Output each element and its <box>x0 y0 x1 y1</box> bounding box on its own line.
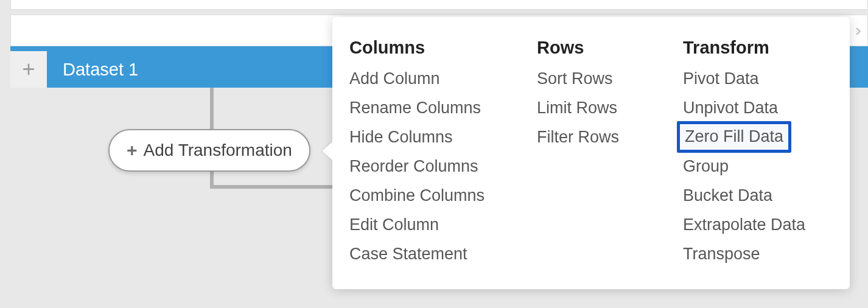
menu-item[interactable]: Pivot Data <box>679 64 836 93</box>
menu-heading: Columns <box>346 38 528 58</box>
content-strip <box>10 0 868 10</box>
menu-item[interactable]: Extrapolate Data <box>679 210 836 239</box>
popover-arrow-icon <box>322 141 333 161</box>
menu-item[interactable]: Bucket Data <box>679 181 836 210</box>
menu-item[interactable]: Transpose <box>679 239 836 268</box>
menu-item[interactable]: Zero Fill Data <box>677 121 791 153</box>
menu-heading: Transform <box>679 38 836 58</box>
menu-section-columns: Columns Add ColumnRename ColumnsHide Col… <box>346 38 528 268</box>
add-transformation-button[interactable]: + Add Transformation <box>108 129 310 172</box>
menu-section-transform: Transform Pivot DataUnpivot DataZero Fil… <box>679 38 836 268</box>
plus-icon: + <box>22 57 35 82</box>
add-dataset-button[interactable]: + <box>10 51 47 88</box>
menu-item[interactable]: Limit Rows <box>533 93 674 122</box>
transformation-menu: Columns Add ColumnRename ColumnsHide Col… <box>332 17 850 289</box>
menu-item[interactable]: Combine Columns <box>346 181 528 210</box>
menu-item[interactable]: Sort Rows <box>533 64 674 93</box>
add-transformation-label: Add Transformation <box>144 141 292 160</box>
menu-item[interactable]: Filter Rows <box>533 122 674 152</box>
menu-item[interactable]: Unpivot Data <box>679 93 836 122</box>
menu-heading: Rows <box>533 38 674 58</box>
menu-item[interactable]: Group <box>679 152 836 181</box>
menu-item[interactable]: Edit Column <box>346 210 528 239</box>
menu-item[interactable]: Hide Columns <box>346 122 528 152</box>
menu-item[interactable]: Reorder Columns <box>346 152 528 181</box>
plus-icon: + <box>127 141 138 159</box>
menu-item[interactable]: Case Statement <box>346 239 528 268</box>
chevron-right-icon <box>854 21 863 40</box>
dataset-title: Dataset 1 <box>63 60 138 80</box>
menu-section-rows: Rows Sort RowsLimit RowsFilter Rows <box>533 38 674 268</box>
menu-item[interactable]: Add Column <box>346 64 528 93</box>
menu-item[interactable]: Rename Columns <box>346 93 528 122</box>
